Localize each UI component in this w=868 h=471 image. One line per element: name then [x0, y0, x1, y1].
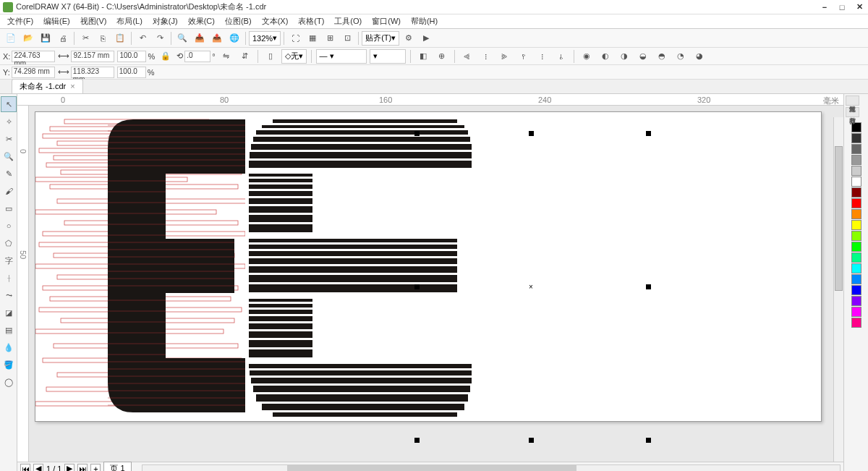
- connector-icon[interactable]: ⤳: [1, 287, 17, 303]
- page-add-icon[interactable]: +: [90, 464, 101, 472]
- fill-dropdown[interactable]: ◇ 无 ▾: [281, 49, 307, 64]
- color-swatch[interactable]: [851, 274, 861, 284]
- width-input[interactable]: 92.157 mm: [71, 51, 114, 62]
- menu-help[interactable]: 帮助(H): [407, 14, 442, 28]
- menu-bitmap[interactable]: 位图(B): [221, 14, 256, 28]
- page-last-icon[interactable]: ⏭: [77, 464, 88, 472]
- color-swatch[interactable]: [851, 133, 861, 143]
- freehand-tool-icon[interactable]: ✎: [1, 166, 17, 182]
- rotation-input[interactable]: .0: [184, 51, 210, 62]
- menu-edit[interactable]: 编辑(E): [39, 14, 75, 28]
- tab-close-icon[interactable]: ×: [70, 82, 75, 90]
- menu-text[interactable]: 文本(X): [258, 14, 293, 28]
- color-swatch[interactable]: [851, 155, 861, 165]
- selection-handle-br[interactable]: [646, 438, 651, 443]
- open-icon[interactable]: 📂: [20, 30, 36, 46]
- align-right-icon[interactable]: ⫸: [497, 48, 513, 64]
- intersect-icon[interactable]: ◑: [616, 48, 632, 64]
- minimize-button[interactable]: −: [819, 2, 830, 12]
- publish-icon[interactable]: 🌐: [226, 30, 242, 46]
- close-button[interactable]: ✕: [854, 2, 865, 12]
- import-icon[interactable]: 📥: [192, 30, 208, 46]
- zoom-tool-icon[interactable]: 🔍: [1, 148, 17, 164]
- align-left-icon[interactable]: ⫷: [459, 48, 475, 64]
- search-icon[interactable]: 🔍: [174, 30, 190, 46]
- align-center-h-icon[interactable]: ⫶: [478, 48, 494, 64]
- mirror-v-icon[interactable]: ⇵: [237, 48, 253, 64]
- arrange-icon[interactable]: ▯: [263, 48, 278, 64]
- launch-icon[interactable]: ▶: [418, 30, 434, 46]
- align-bottom-icon[interactable]: ⫰: [553, 48, 569, 64]
- color-swatch[interactable]: [851, 177, 861, 187]
- selection-center[interactable]: ×: [529, 283, 533, 291]
- paste-icon[interactable]: 📋: [112, 30, 128, 46]
- options-icon[interactable]: ⚙: [401, 30, 417, 46]
- color-swatch[interactable]: [851, 198, 861, 208]
- eyedropper-icon[interactable]: 💧: [1, 339, 17, 355]
- menu-view[interactable]: 视图(V): [76, 14, 111, 28]
- grid-icon[interactable]: ⊞: [322, 30, 338, 46]
- color-swatch[interactable]: [851, 242, 861, 252]
- guides-icon[interactable]: ⊡: [339, 30, 355, 46]
- color-swatch[interactable]: [851, 187, 861, 198]
- export-icon[interactable]: 📤: [209, 30, 225, 46]
- mirror-h-icon[interactable]: ⇋: [218, 48, 234, 64]
- outline-width[interactable]: ▾: [370, 49, 406, 64]
- page-next-icon[interactable]: ▶: [64, 464, 75, 472]
- maximize-button[interactable]: □: [836, 2, 848, 12]
- selection-handle-ml[interactable]: [414, 284, 420, 289]
- color-swatch[interactable]: [851, 318, 861, 328]
- x-input[interactable]: 224.763 mm: [12, 51, 55, 62]
- color-swatch[interactable]: [851, 307, 861, 317]
- color-swatch[interactable]: [851, 231, 861, 241]
- undo-icon[interactable]: ↶: [135, 30, 150, 46]
- document-tab[interactable]: 未命名 -1.cdr×: [12, 79, 83, 93]
- page-prev-icon[interactable]: ◀: [33, 464, 43, 472]
- align-top-icon[interactable]: ⫯: [516, 48, 532, 64]
- color-swatch[interactable]: [851, 253, 861, 263]
- page-tab[interactable]: 页 1: [103, 462, 131, 471]
- align-center-v-icon[interactable]: ⫶: [535, 48, 550, 64]
- menu-window[interactable]: 窗口(W): [367, 14, 405, 28]
- rulers-icon[interactable]: ▦: [305, 30, 320, 46]
- menu-file[interactable]: 文件(F): [3, 14, 38, 28]
- drop-shadow-icon[interactable]: ◪: [1, 305, 17, 321]
- polygon-tool-icon[interactable]: ⬠: [1, 235, 17, 251]
- menu-tools[interactable]: 工具(O): [330, 14, 366, 28]
- print-icon[interactable]: 🖨: [55, 30, 71, 46]
- crop-tool-icon[interactable]: ✂: [1, 131, 17, 147]
- color-swatch[interactable]: [851, 144, 861, 154]
- simplify-icon[interactable]: ◒: [635, 48, 651, 64]
- scrollbar-thumb[interactable]: [835, 146, 843, 291]
- snap-dropdown[interactable]: 贴齐(T) ▾: [362, 31, 399, 46]
- fullscreen-icon[interactable]: ⛶: [287, 30, 303, 46]
- shape-tool-icon[interactable]: ✧: [1, 114, 17, 130]
- page-first-icon[interactable]: ⏮: [20, 464, 30, 472]
- wrap-icon[interactable]: ◧: [415, 48, 431, 64]
- front-minus-back-icon[interactable]: ◓: [654, 48, 670, 64]
- save-icon[interactable]: 💾: [38, 30, 54, 46]
- scale-y-input[interactable]: 100.0: [117, 67, 146, 78]
- outline-style[interactable]: — ▾: [316, 49, 367, 64]
- letter-e-right[interactable]: [247, 112, 472, 420]
- transparency-icon[interactable]: ▤: [1, 322, 17, 338]
- color-swatch[interactable]: [851, 122, 861, 132]
- boundary-icon[interactable]: ◕: [692, 48, 707, 64]
- selection-handle-bc[interactable]: [529, 438, 534, 443]
- color-swatch[interactable]: [851, 296, 861, 306]
- menu-layout[interactable]: 布局(L): [112, 14, 146, 28]
- scrollbar-thumb-h[interactable]: [287, 465, 576, 472]
- outline-tool-icon[interactable]: ◯: [1, 374, 17, 390]
- rectangle-tool-icon[interactable]: ▭: [1, 200, 17, 216]
- back-minus-front-icon[interactable]: ◔: [673, 48, 689, 64]
- docker-tab-align[interactable]: 对齐与分布: [846, 107, 859, 117]
- selection-handle-tl[interactable]: [414, 131, 420, 136]
- selection-handle-tc[interactable]: [529, 131, 534, 136]
- new-icon[interactable]: 📄: [3, 30, 19, 46]
- ellipse-tool-icon[interactable]: ○: [1, 218, 17, 234]
- selection-handle-mr[interactable]: [646, 284, 651, 289]
- copy-icon[interactable]: ⎘: [95, 30, 111, 46]
- artistic-media-icon[interactable]: 🖌: [1, 183, 17, 199]
- redo-icon[interactable]: ↷: [152, 30, 168, 46]
- cut-icon[interactable]: ✂: [77, 30, 93, 46]
